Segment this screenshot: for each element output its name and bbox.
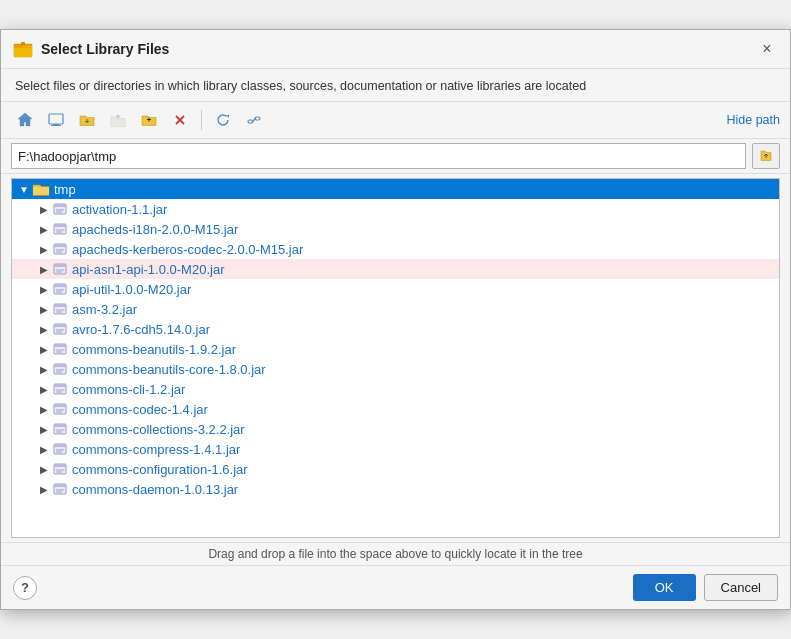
tree-file-item[interactable]: ▶ commons-codec-1.4.jar (12, 399, 779, 419)
new-folder2-button[interactable] (135, 107, 163, 133)
file-label: apacheds-i18n-2.0.0-M15.jar (72, 222, 238, 237)
folder-up-button[interactable] (104, 107, 132, 133)
svg-rect-70 (54, 484, 66, 487)
svg-rect-4 (51, 125, 61, 126)
jar-file-icon (52, 281, 68, 297)
file-label: api-util-1.0.0-M20.jar (72, 282, 191, 297)
tree-file-item[interactable]: ▶ commons-compress-1.4.1.jar (12, 439, 779, 459)
file-label: asm-3.2.jar (72, 302, 137, 317)
jar-file-icon (52, 321, 68, 337)
link-button[interactable] (240, 107, 268, 133)
help-button[interactable]: ? (13, 576, 37, 600)
toolbar-left: + (11, 107, 268, 133)
svg-rect-38 (54, 324, 66, 327)
bottom-bar: ? OK Cancel (1, 565, 790, 609)
close-button[interactable]: × (756, 38, 778, 60)
new-folder-button[interactable]: + (73, 107, 101, 133)
expand-arrow: ▶ (36, 341, 52, 357)
expand-arrow: ▶ (36, 321, 52, 337)
svg-rect-7 (149, 118, 150, 122)
jar-file-icon (52, 261, 68, 277)
svg-rect-34 (54, 304, 66, 307)
jar-file-icon (52, 301, 68, 317)
svg-rect-14 (54, 204, 66, 207)
tree-file-item[interactable]: ▶ commons-daemon-1.0.13.jar (12, 479, 779, 499)
tree-root-item[interactable]: ▼ tmp (12, 179, 779, 199)
svg-rect-62 (54, 444, 66, 447)
expand-arrow: ▶ (36, 381, 52, 397)
title-bar-left: Select Library Files (13, 39, 169, 59)
tree-file-item[interactable]: ▶ avro-1.7.6-cdh5.14.0.jar (12, 319, 779, 339)
file-label: commons-beanutils-core-1.8.0.jar (72, 362, 266, 377)
file-label: activation-1.1.jar (72, 202, 167, 217)
expand-arrow: ▶ (36, 241, 52, 257)
svg-text:+: + (85, 117, 90, 126)
ok-button[interactable]: OK (633, 574, 696, 601)
tree-file-item[interactable]: ▶ commons-beanutils-1.9.2.jar (12, 339, 779, 359)
jar-file-icon (52, 461, 68, 477)
tree-file-item[interactable]: ▶ commons-collections-3.2.2.jar (12, 419, 779, 439)
file-label: avro-1.7.6-cdh5.14.0.jar (72, 322, 210, 337)
tree-file-item[interactable]: ▶ commons-cli-1.2.jar (12, 379, 779, 399)
expand-arrow-root: ▼ (16, 181, 32, 197)
file-label: api-asn1-api-1.0.0-M20.jar (72, 262, 224, 277)
path-row (1, 139, 790, 174)
tree-file-item[interactable]: ▶ api-asn1-api-1.0.0-M20.jar (12, 259, 779, 279)
tree-file-item[interactable]: ▶ api-util-1.0.0-M20.jar (12, 279, 779, 299)
hide-path-button[interactable]: Hide path (726, 113, 780, 127)
tree-file-item[interactable]: ▶ activation-1.1.jar (12, 199, 779, 219)
jar-file-icon (52, 201, 68, 217)
expand-arrow: ▶ (36, 281, 52, 297)
bottom-buttons: OK Cancel (633, 574, 778, 601)
file-label: commons-configuration-1.6.jar (72, 462, 248, 477)
file-label: commons-cli-1.2.jar (72, 382, 185, 397)
jar-file-icon (52, 341, 68, 357)
expand-arrow: ▶ (36, 441, 52, 457)
tree-file-item[interactable]: ▶ commons-configuration-1.6.jar (12, 459, 779, 479)
home-button[interactable] (11, 107, 39, 133)
file-label: commons-compress-1.4.1.jar (72, 442, 240, 457)
cancel-button[interactable]: Cancel (704, 574, 778, 601)
tree-file-item[interactable]: ▶ apacheds-i18n-2.0.0-M15.jar (12, 219, 779, 239)
tree-file-item[interactable]: ▶ apacheds-kerberos-codec-2.0.0-M15.jar (12, 239, 779, 259)
root-label: tmp (54, 182, 76, 197)
expand-arrow: ▶ (36, 461, 52, 477)
select-library-dialog: Select Library Files × Select files or d… (0, 29, 791, 610)
expand-arrow: ▶ (36, 201, 52, 217)
expand-arrow: ▶ (36, 481, 52, 497)
expand-arrow: ▶ (36, 421, 52, 437)
file-label: commons-collections-3.2.2.jar (72, 422, 245, 437)
jar-file-icon (52, 401, 68, 417)
jar-file-icon (52, 361, 68, 377)
refresh-button[interactable] (209, 107, 237, 133)
tree-file-item[interactable]: ▶ asm-3.2.jar (12, 299, 779, 319)
expand-arrow: ▶ (36, 361, 52, 377)
svg-rect-46 (54, 364, 66, 367)
file-tree[interactable]: ▼ tmp ▶ activation-1.1.jar ▶ (11, 178, 780, 538)
tree-file-item[interactable]: ▶ commons-beanutils-core-1.8.0.jar (12, 359, 779, 379)
svg-rect-26 (54, 264, 66, 267)
file-label: apacheds-kerberos-codec-2.0.0-M15.jar (72, 242, 303, 257)
file-label: commons-beanutils-1.9.2.jar (72, 342, 236, 357)
expand-arrow: ▶ (36, 261, 52, 277)
delete-button[interactable] (166, 107, 194, 133)
svg-rect-18 (54, 224, 66, 227)
jar-file-icon (52, 241, 68, 257)
description-text: Select files or directories in which lib… (1, 69, 790, 102)
jar-file-icon (52, 221, 68, 237)
expand-arrow: ▶ (36, 301, 52, 317)
svg-rect-22 (54, 244, 66, 247)
desktop-button[interactable] (42, 107, 70, 133)
status-bar: Drag and drop a file into the space abov… (1, 542, 790, 565)
path-input[interactable] (11, 143, 746, 169)
jar-file-icon (52, 441, 68, 457)
dialog-icon (13, 39, 33, 59)
jar-file-icon (52, 381, 68, 397)
browse-button[interactable] (752, 143, 780, 169)
svg-rect-54 (54, 404, 66, 407)
dialog-title: Select Library Files (41, 41, 169, 57)
toolbar-separator (201, 110, 202, 130)
expand-arrow: ▶ (36, 401, 52, 417)
svg-rect-2 (49, 114, 63, 124)
toolbar: + (1, 102, 790, 139)
